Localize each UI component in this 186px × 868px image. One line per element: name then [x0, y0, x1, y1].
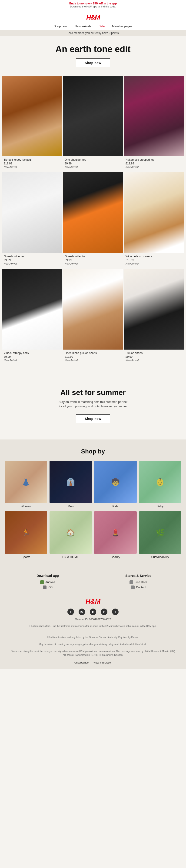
promo-line: Ends tomorrow – 15% off in the app — [69, 2, 117, 5]
shopby-label: Baby — [139, 504, 182, 508]
footer-legal-2: H&M is authorised and regulated by the F… — [5, 636, 181, 639]
product-badge: New Arrival — [4, 165, 61, 168]
product-price: £9.99 — [4, 355, 61, 359]
footer: H&M fIG▶PT Member ID: 10361022738 4823 H… — [0, 593, 186, 669]
social-icons: fIG▶PT — [5, 609, 181, 615]
top-banner: Ends tomorrow – 15% off in the app Downl… — [0, 0, 186, 10]
shopby-item-h&m-home[interactable]: 🏠 H&M HOME — [49, 511, 92, 559]
footer-legal-1: H&M member offers. Find the full terms a… — [5, 624, 181, 628]
social-tiktok-icon[interactable]: T — [112, 609, 119, 615]
shopby-item-baby[interactable]: 👶 Baby — [139, 461, 182, 508]
footer-legal-4: You are receiving this email because you… — [5, 650, 181, 657]
shopby-section: Shop by 👗 Women 👔 Men 🧒 Kids 👶 Baby � — [0, 439, 186, 569]
nav-shop-now[interactable]: Shop now — [54, 25, 67, 28]
shopby-item-sustainability[interactable]: 🌿 Sustainability — [139, 511, 182, 559]
product-info: V-neck strappy body £9.99 New Arrival — [2, 349, 62, 365]
product-info: Wide pull-on trousers £15.99 New Arrival — [124, 253, 184, 268]
product-card[interactable]: Halterneck cropped top £12.99 New Arriva… — [124, 76, 184, 172]
product-card[interactable]: One-shoulder top £9.99 New Arrival — [63, 172, 123, 268]
summer-description: Stay on-trend in matching sets this summ… — [58, 400, 128, 409]
product-image — [124, 269, 184, 349]
ios-label: iOS — [48, 586, 52, 589]
product-name: One-shoulder top — [65, 158, 121, 161]
product-name: One-shoulder top — [65, 255, 121, 258]
shopby-item-beauty[interactable]: 💄 Beauty — [94, 511, 137, 559]
product-image — [63, 172, 123, 253]
banner-arrow-icon[interactable]: → — [177, 3, 181, 7]
product-info: Tie-belt jersey jumpsuit £18.99 New Arri… — [2, 156, 62, 172]
shopby-item-kids[interactable]: 🧒 Kids — [94, 461, 137, 508]
footer-legal-3: May be subject to printing errors, chang… — [5, 643, 181, 646]
shopby-item-sports[interactable]: 🏃 Sports — [5, 511, 47, 559]
main-nav: Shop now New arrivals Sale Member pages — [5, 23, 181, 30]
contact-label: Contact — [136, 586, 146, 589]
category-icon: 💄 — [94, 511, 137, 554]
product-card[interactable]: V-neck strappy body £9.99 New Arrival — [2, 269, 62, 365]
shopby-image: 👔 — [49, 461, 92, 503]
product-price: £12.99 — [125, 162, 182, 165]
product-grid: Tie-belt jersey jumpsuit £18.99 New Arri… — [0, 72, 186, 365]
social-facebook-icon[interactable]: f — [67, 609, 74, 615]
social-youtube-icon[interactable]: ▶ — [90, 609, 96, 615]
product-info: One-shoulder top £9.99 New Arrival — [63, 253, 123, 268]
hero-shop-now-button[interactable]: Shop now — [76, 58, 110, 67]
product-price: £9.99 — [125, 355, 182, 359]
product-card[interactable]: Tie-belt jersey jumpsuit £18.99 New Arri… — [2, 76, 62, 172]
product-card[interactable]: Wide pull-on trousers £15.99 New Arrival — [124, 172, 184, 268]
shopby-image: 🧒 — [94, 461, 137, 503]
view-in-browser-link[interactable]: View in Browser — [93, 661, 112, 664]
product-card[interactable]: One-shoulder top £9.99 New Arrival — [63, 76, 123, 172]
shopby-item-men[interactable]: 👔 Men — [49, 461, 92, 508]
unsubscribe-link[interactable]: Unsubscribe — [74, 661, 88, 664]
category-icon: 🏠 — [49, 511, 92, 554]
product-price: £15.99 — [125, 258, 182, 262]
product-name: Tie-belt jersey jumpsuit — [4, 158, 61, 161]
header: H&M Shop now New arrivals Sale Member pa… — [0, 10, 186, 30]
product-badge: New Arrival — [125, 262, 182, 265]
product-card[interactable]: One-shoulder top £9.99 New Arrival — [2, 172, 62, 268]
product-name: Pull-on shorts — [125, 351, 182, 355]
ios-link[interactable]: iOS — [5, 586, 91, 589]
product-badge: New Arrival — [4, 262, 61, 265]
shopby-label: Men — [49, 504, 92, 508]
summer-shop-now-button[interactable]: Shop now — [76, 414, 110, 423]
product-name: Halterneck cropped top — [125, 158, 182, 161]
member-id-label: Member ID: — [75, 618, 88, 621]
shopby-label: Sports — [5, 555, 47, 559]
android-label: Android — [45, 581, 55, 584]
shopby-label: Women — [5, 504, 47, 508]
summer-section: All set for summer Stay on-trend in matc… — [0, 372, 186, 439]
product-price: £18.99 — [4, 162, 61, 165]
product-info: Halterneck cropped top £12.99 New Arriva… — [124, 156, 184, 172]
contact-icon — [131, 586, 135, 589]
product-card[interactable]: Pull-on shorts £9.99 New Arrival — [124, 269, 184, 365]
member-id-value: 10361022738 4823 — [89, 618, 111, 621]
social-instagram-icon[interactable]: IG — [79, 609, 85, 615]
shopby-label: Beauty — [94, 555, 137, 559]
product-card[interactable]: Linen-blend pull-on shorts £12.99 New Ar… — [63, 269, 123, 365]
social-pinterest-icon[interactable]: P — [101, 609, 107, 615]
banner-subline: Download the H&M app to find the code. — [69, 5, 117, 8]
download-col: Download app Android iOS — [5, 574, 91, 591]
nav-member-pages[interactable]: Member pages — [112, 25, 132, 28]
product-info: Linen-blend pull-on shorts £12.99 New Ar… — [63, 349, 123, 365]
product-name: Wide pull-on trousers — [125, 255, 182, 258]
footer-logo[interactable]: H&M — [5, 598, 181, 605]
shopby-image: 🏠 — [49, 511, 92, 554]
stores-title: Stores & Service — [95, 574, 181, 578]
hero-title: An earth tone edit — [5, 44, 181, 54]
banner-text: Ends tomorrow – 15% off in the app Downl… — [69, 2, 117, 8]
android-link[interactable]: Android — [5, 580, 91, 584]
find-store-link[interactable]: Find store — [95, 580, 181, 584]
shopby-item-women[interactable]: 👗 Women — [5, 461, 47, 508]
ios-icon — [43, 586, 46, 589]
product-info: One-shoulder top £9.99 New Arrival — [2, 253, 62, 268]
product-image — [2, 269, 62, 349]
product-image — [124, 76, 184, 156]
hm-logo[interactable]: H&M — [86, 14, 100, 21]
nav-sale[interactable]: Sale — [99, 25, 105, 28]
nav-new-arrivals[interactable]: New arrivals — [75, 25, 91, 28]
android-icon — [40, 580, 44, 584]
contact-link[interactable]: Contact — [95, 586, 181, 589]
product-image — [2, 172, 62, 253]
